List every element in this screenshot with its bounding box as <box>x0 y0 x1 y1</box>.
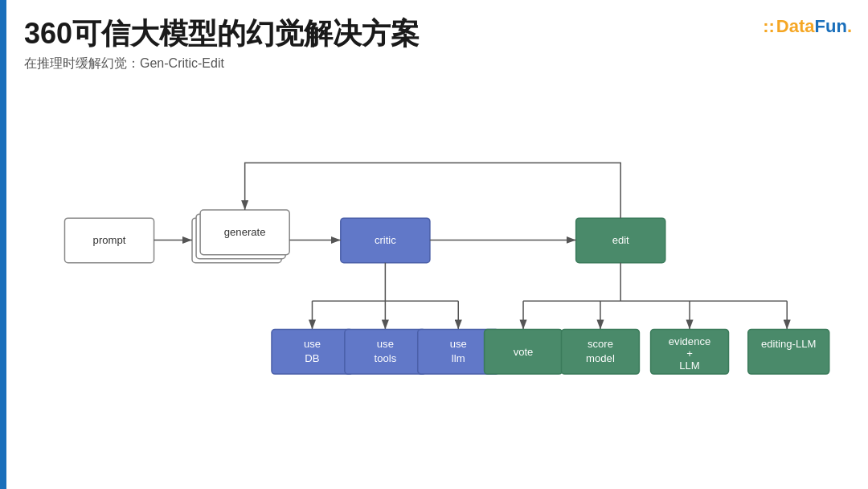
feedback-loop <box>245 163 621 219</box>
diagram: prompt generate critic edit use DB <box>24 97 852 473</box>
generate-label: generate <box>224 226 266 238</box>
evidence-llm-label3: LLM <box>679 360 700 372</box>
logo-area: :: DataFun. <box>763 16 852 37</box>
use-db-label1: use <box>304 338 321 350</box>
header: 360可信大模型的幻觉解决方案 在推理时缓解幻觉：Gen-Critic-Edit <box>24 16 852 72</box>
main-title: 360可信大模型的幻觉解决方案 <box>24 16 852 51</box>
use-llm-label2: llm <box>452 352 465 364</box>
editing-llm-label1: editing-LLM <box>761 338 817 350</box>
score-model-label1: score <box>588 338 613 350</box>
prompt-label: prompt <box>93 235 126 247</box>
accent-bar <box>0 0 6 489</box>
evidence-llm-label2: + <box>686 347 693 360</box>
edit-label: edit <box>612 235 629 247</box>
vote-label: vote <box>514 346 534 358</box>
use-tools-label1: use <box>377 338 394 350</box>
subtitle: 在推理时缓解幻觉：Gen-Critic-Edit <box>24 55 852 72</box>
critic-label: critic <box>375 235 396 247</box>
score-model-label2: model <box>586 352 615 364</box>
logo-data-text: Data <box>776 16 815 37</box>
use-llm-label1: use <box>450 338 467 350</box>
evidence-llm-label1: evidence <box>669 335 710 347</box>
logo-dot: . <box>847 16 852 37</box>
use-db-label2: DB <box>305 352 319 364</box>
logo-icon: :: <box>763 16 775 37</box>
logo-fun-text: Fun <box>815 16 847 37</box>
use-tools-label2: tools <box>375 352 397 364</box>
editing-llm-box <box>748 330 829 375</box>
